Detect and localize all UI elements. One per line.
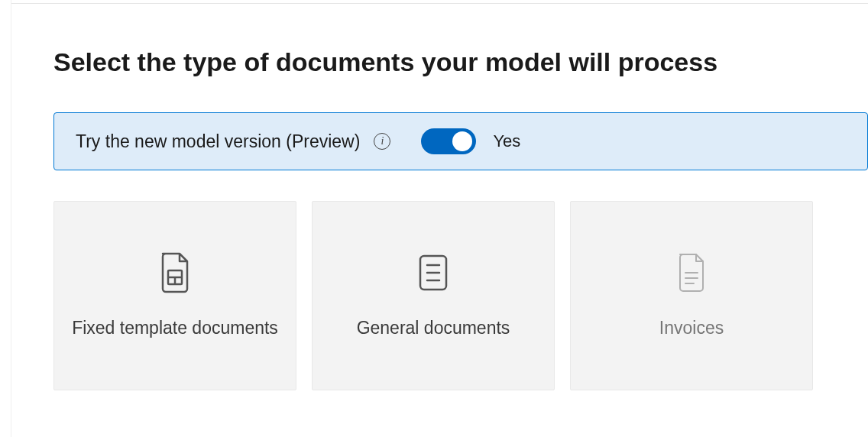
preview-banner: Try the new model version (Preview) i Ye… xyxy=(53,112,868,170)
top-divider xyxy=(11,3,868,4)
document-invoice-icon xyxy=(673,251,710,294)
card-label: Fixed template documents xyxy=(72,316,278,340)
info-icon[interactable]: i xyxy=(374,133,390,150)
card-fixed-template[interactable]: Fixed template documents xyxy=(53,201,296,390)
document-table-icon xyxy=(157,251,193,294)
preview-toggle[interactable] xyxy=(421,128,476,154)
main-content: Select the type of documents your model … xyxy=(0,0,868,390)
card-label: General documents xyxy=(357,316,510,340)
card-invoices[interactable]: Invoices xyxy=(570,201,813,390)
card-general-documents[interactable]: General documents xyxy=(312,201,555,390)
toggle-knob xyxy=(452,131,472,151)
preview-label: Try the new model version (Preview) xyxy=(76,131,360,152)
left-divider xyxy=(11,0,11,437)
card-label: Invoices xyxy=(659,316,724,340)
toggle-state-label: Yes xyxy=(493,131,520,151)
page-title: Select the type of documents your model … xyxy=(53,47,868,77)
document-type-cards: Fixed template documents General documen… xyxy=(53,201,868,390)
document-lines-icon xyxy=(415,251,452,294)
